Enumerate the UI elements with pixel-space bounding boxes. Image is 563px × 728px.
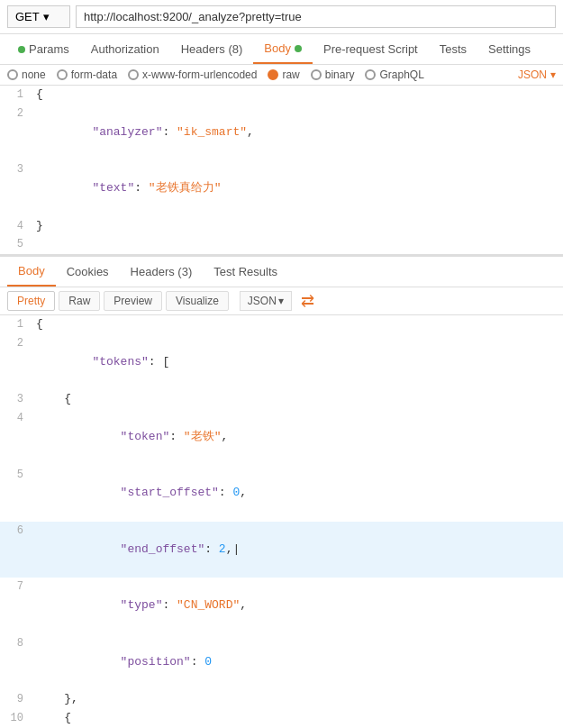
- tab-tests[interactable]: Tests: [429, 35, 477, 63]
- res-line-10: 10 {: [0, 709, 563, 728]
- response-code-area: 1 { 2 "tokens": [ 3 { 4 "token": "老铁", 5…: [0, 315, 563, 728]
- url-input[interactable]: [76, 5, 556, 28]
- req-content-2: "analyzer": "ik_smart",: [32, 105, 563, 160]
- radio-circle-urlencoded: [128, 69, 139, 80]
- req-content-5: [32, 235, 563, 254]
- method-label: GET: [15, 10, 40, 23]
- req-content-4: }: [32, 217, 563, 236]
- res-line-7: 7 "type": "CN_WORD",: [0, 578, 563, 633]
- json-type-dropdown[interactable]: JSON ▾: [518, 68, 556, 81]
- res-line-3: 3 {: [0, 390, 563, 409]
- response-format-row: Pretty Raw Preview Visualize JSON ▾ ⇄: [0, 287, 563, 315]
- radio-form-data[interactable]: form-data: [57, 68, 117, 81]
- radio-circle-raw: [268, 69, 278, 80]
- res-line-6: 6 "end_offset": 2,|: [0, 522, 563, 578]
- response-tab-headers[interactable]: Headers (3): [120, 258, 204, 286]
- res-content-10: {: [32, 709, 563, 728]
- format-raw[interactable]: Raw: [59, 291, 100, 311]
- res-line-2: 2 "tokens": [: [0, 334, 563, 390]
- req-line-4: 4 }: [0, 217, 563, 236]
- radio-binary[interactable]: binary: [311, 68, 355, 81]
- tab-headers[interactable]: Headers (8): [170, 35, 254, 63]
- res-linenum-5: 5: [0, 466, 32, 484]
- json-format-chevron-icon: ▾: [278, 295, 284, 307]
- req-linenum-4: 4: [0, 217, 32, 235]
- req-content-3: "text": "老铁真给力": [32, 160, 563, 216]
- res-linenum-1: 1: [0, 315, 32, 333]
- req-line-3: 3 "text": "老铁真给力": [0, 160, 563, 216]
- res-line-8: 8 "position": 0: [0, 634, 563, 690]
- req-linenum-5: 5: [0, 235, 32, 253]
- body-dot: [295, 45, 302, 52]
- res-linenum-2: 2: [0, 334, 32, 352]
- method-chevron-icon: ▾: [43, 10, 50, 23]
- request-tabs: Params Authorization Headers (8) Body Pr…: [0, 34, 563, 65]
- tab-authorization[interactable]: Authorization: [80, 35, 170, 63]
- req-line-1: 1 {: [0, 86, 563, 105]
- tab-pre-request-script[interactable]: Pre-request Script: [313, 35, 429, 63]
- res-content-8: "position": 0: [32, 634, 563, 690]
- response-tab-body[interactable]: Body: [7, 257, 56, 287]
- response-tab-row: Body Cookies Headers (3) Test Results: [0, 256, 563, 287]
- radio-graphql[interactable]: GraphQL: [365, 68, 423, 81]
- res-linenum-3: 3: [0, 390, 32, 408]
- res-line-4: 4 "token": "老铁",: [0, 409, 563, 465]
- req-linenum-1: 1: [0, 86, 32, 104]
- radio-circle-binary: [311, 69, 322, 80]
- res-content-1: {: [32, 315, 563, 334]
- radio-none[interactable]: none: [7, 68, 46, 81]
- res-line-5: 5 "start_offset": 0,: [0, 466, 563, 522]
- radio-circle-form-data: [57, 69, 68, 80]
- format-preview[interactable]: Preview: [104, 291, 162, 311]
- json-chevron-icon: ▾: [550, 68, 556, 81]
- req-linenum-2: 2: [0, 105, 32, 123]
- res-line-9: 9 },: [0, 690, 563, 709]
- radio-circle-none: [7, 69, 18, 80]
- tab-settings[interactable]: Settings: [477, 35, 541, 63]
- res-content-2: "tokens": [: [32, 334, 563, 390]
- req-linenum-3: 3: [0, 160, 32, 178]
- res-linenum-9: 9: [0, 690, 32, 708]
- radio-urlencoded[interactable]: x-www-form-urlencoded: [128, 68, 257, 81]
- format-pretty[interactable]: Pretty: [7, 291, 55, 311]
- res-content-4: "token": "老铁",: [32, 409, 563, 465]
- res-linenum-8: 8: [0, 634, 32, 652]
- format-visualize[interactable]: Visualize: [166, 291, 229, 311]
- res-content-7: "type": "CN_WORD",: [32, 578, 563, 633]
- radio-raw[interactable]: raw: [268, 68, 299, 81]
- res-linenum-6: 6: [0, 522, 32, 540]
- res-linenum-10: 10: [0, 709, 32, 727]
- wrap-icon[interactable]: ⇄: [301, 291, 314, 311]
- response-tab-cookies[interactable]: Cookies: [56, 258, 120, 286]
- res-content-9: },: [32, 690, 563, 709]
- tab-params[interactable]: Params: [7, 35, 80, 63]
- response-tab-test-results[interactable]: Test Results: [203, 258, 288, 286]
- res-content-3: {: [32, 390, 563, 409]
- request-code-editor[interactable]: 1 { 2 "analyzer": "ik_smart", 3 "text": …: [0, 86, 563, 256]
- req-line-5: 5: [0, 235, 563, 254]
- method-select[interactable]: GET ▾: [7, 5, 70, 28]
- res-content-6: "end_offset": 2,|: [32, 522, 563, 578]
- res-linenum-7: 7: [0, 578, 32, 596]
- params-dot: [18, 46, 25, 53]
- res-content-5: "start_offset": 0,: [32, 466, 563, 522]
- radio-circle-graphql: [365, 69, 376, 80]
- req-content-1: {: [32, 86, 563, 105]
- url-bar: GET ▾: [0, 0, 563, 34]
- req-line-2: 2 "analyzer": "ik_smart",: [0, 105, 563, 160]
- res-linenum-4: 4: [0, 409, 32, 427]
- json-format-dropdown[interactable]: JSON ▾: [240, 291, 292, 311]
- tab-body[interactable]: Body: [253, 34, 313, 64]
- body-type-row: none form-data x-www-form-urlencoded raw…: [0, 65, 563, 86]
- res-line-1: 1 {: [0, 315, 563, 334]
